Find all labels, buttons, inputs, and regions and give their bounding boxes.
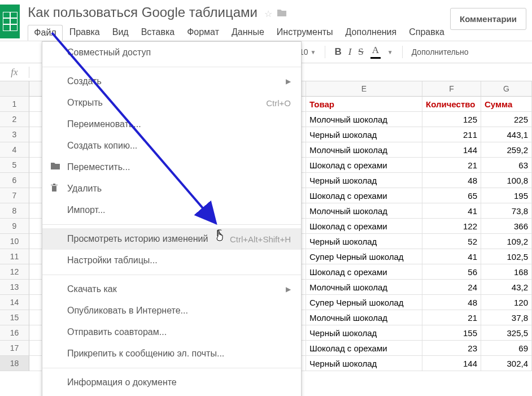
menu-item-rename[interactable]: Переименовать... <box>42 114 301 135</box>
menu-item-history[interactable]: Просмотреть историю измененийCtrl+Alt+Sh… <box>42 228 301 250</box>
cell-product[interactable]: Черный шоколад <box>306 173 422 188</box>
row-header[interactable]: 11 <box>0 249 29 264</box>
menu-item-copy[interactable]: Создать копию... <box>42 135 301 156</box>
menu-item-info[interactable]: Информация о документе <box>42 372 301 393</box>
menu-format[interactable]: Формат <box>181 25 225 41</box>
cell-qty[interactable]: 24 <box>422 280 481 295</box>
row-header[interactable]: 13 <box>0 280 29 295</box>
menu-item-email-collab[interactable]: Отправить соавторам... <box>42 321 301 343</box>
toolbar-more[interactable]: Дополнительно <box>412 47 469 56</box>
row-header[interactable]: 3 <box>0 127 29 142</box>
menu-tools[interactable]: Инструменты <box>271 25 339 41</box>
col-header-e[interactable]: E <box>306 81 422 97</box>
cell-product[interactable]: Шоколад с орехами <box>306 219 422 234</box>
cell-product[interactable]: Молочный шоколад <box>306 280 422 295</box>
cell-product[interactable]: Черный шоколад <box>306 234 422 249</box>
cell-sum[interactable]: 325,5 <box>481 325 532 341</box>
cell-product[interactable]: Молочный шоколад <box>306 203 422 219</box>
cell-product[interactable]: Молочный шоколад <box>306 310 422 325</box>
cell-product[interactable]: Супер Черный шоколад <box>306 295 422 310</box>
row-header[interactable]: 15 <box>0 310 29 325</box>
cell-header-qty[interactable]: Количество <box>422 97 481 112</box>
menu-item-create[interactable]: Создать▶ <box>42 71 301 92</box>
row-header[interactable]: 1 <box>0 97 29 112</box>
menu-edit[interactable]: Правка <box>64 25 106 41</box>
menu-item-delete[interactable]: Удалить <box>42 178 301 199</box>
row-header[interactable]: 9 <box>0 219 29 234</box>
row-header[interactable]: 10 <box>0 234 29 249</box>
cell-sum[interactable]: 100,8 <box>481 173 532 188</box>
cell-product[interactable]: Черный шоколад <box>306 127 422 142</box>
menu-data[interactable]: Данные <box>226 25 270 41</box>
row-header[interactable]: 14 <box>0 295 29 310</box>
cell-qty[interactable]: 144 <box>422 142 481 158</box>
cell-sum[interactable]: 102,5 <box>481 249 532 264</box>
cell-product[interactable]: Черный шоколад <box>306 356 422 371</box>
cell-sum[interactable]: 195 <box>481 188 532 203</box>
cell-sum[interactable]: 443,1 <box>481 127 532 142</box>
cell-sum[interactable]: 168 <box>481 264 532 280</box>
cell-product[interactable]: Шоколад с орехами <box>306 158 422 173</box>
cell-sum[interactable]: 366 <box>481 219 532 234</box>
cell-header-sum[interactable]: Сумма <box>481 97 532 112</box>
cell-sum[interactable]: 69 <box>481 341 532 356</box>
cell-product[interactable]: Шоколад с орехами <box>306 264 422 280</box>
col-header-g[interactable]: G <box>481 81 532 97</box>
cell-qty[interactable]: 23 <box>422 341 481 356</box>
row-header[interactable]: 4 <box>0 142 29 158</box>
cell-product[interactable]: Черный шоколад <box>306 325 422 341</box>
cell-sum[interactable]: 109,2 <box>481 234 532 249</box>
cell-qty[interactable]: 122 <box>422 219 481 234</box>
cell-sum[interactable]: 73,8 <box>481 203 532 219</box>
menu-help[interactable]: Справка <box>403 25 450 41</box>
row-header[interactable]: 18 <box>0 356 29 371</box>
row-header[interactable]: 5 <box>0 158 29 173</box>
cell-sum[interactable]: 37,8 <box>481 310 532 325</box>
row-header[interactable]: 17 <box>0 341 29 356</box>
doc-title[interactable]: Как пользоваться Google таблицами <box>28 5 258 20</box>
cell-qty[interactable]: 21 <box>422 158 481 173</box>
row-header[interactable]: 2 <box>0 112 29 127</box>
cell-qty[interactable]: 41 <box>422 249 481 264</box>
menu-insert[interactable]: Вставка <box>136 25 180 41</box>
cell-qty[interactable]: 56 <box>422 264 481 280</box>
comments-button[interactable]: Комментарии <box>450 8 526 30</box>
row-header[interactable]: 12 <box>0 264 29 280</box>
cell-qty[interactable]: 155 <box>422 325 481 341</box>
cell-qty[interactable]: 125 <box>422 112 481 127</box>
cell-qty[interactable]: 144 <box>422 356 481 371</box>
cell-product[interactable]: Супер Черный шоколад <box>306 249 422 264</box>
row-header[interactable]: 16 <box>0 325 29 341</box>
cell-qty[interactable]: 41 <box>422 203 481 219</box>
star-icon[interactable]: ☆ <box>264 8 272 20</box>
cell-header-product[interactable]: Товар <box>306 97 422 112</box>
menu-item-open[interactable]: ОткрытьCtrl+O <box>42 92 301 114</box>
row-header[interactable]: 6 <box>0 173 29 188</box>
menu-item-move[interactable]: Переместить... <box>42 156 301 178</box>
menu-view[interactable]: Вид <box>107 25 134 41</box>
cell-product[interactable]: Молочный шоколад <box>306 142 422 158</box>
cell-qty[interactable]: 21 <box>422 310 481 325</box>
cell-qty[interactable]: 48 <box>422 173 481 188</box>
cell-qty[interactable]: 48 <box>422 295 481 310</box>
cell-product[interactable]: Молочный шоколад <box>306 112 422 127</box>
cell-sum[interactable]: 259,2 <box>481 142 532 158</box>
menu-item-publish[interactable]: Опубликовать в Интернете... <box>42 300 301 321</box>
cell-sum[interactable]: 120 <box>481 295 532 310</box>
col-header-f[interactable]: F <box>422 81 481 97</box>
folder-icon[interactable] <box>277 8 287 20</box>
select-all-corner[interactable] <box>0 81 29 97</box>
menu-item-share[interactable]: Совместный доступ <box>42 42 301 63</box>
cell-qty[interactable]: 65 <box>422 188 481 203</box>
row-header[interactable]: 8 <box>0 203 29 219</box>
menu-file[interactable]: Файл <box>28 25 62 41</box>
strike-button[interactable]: S <box>358 46 363 58</box>
row-header[interactable]: 7 <box>0 188 29 203</box>
sheets-logo[interactable] <box>0 5 20 38</box>
menu-item-print[interactable]: ПечатьCtrl+P <box>42 393 301 396</box>
menu-addons[interactable]: Дополнения <box>340 25 403 41</box>
bold-button[interactable]: B <box>334 46 341 58</box>
font-size[interactable]: 10▼ <box>299 47 316 56</box>
cell-sum[interactable]: 225 <box>481 112 532 127</box>
menu-item-email-attach[interactable]: Прикрепить к сообщению эл. почты... <box>42 343 301 364</box>
